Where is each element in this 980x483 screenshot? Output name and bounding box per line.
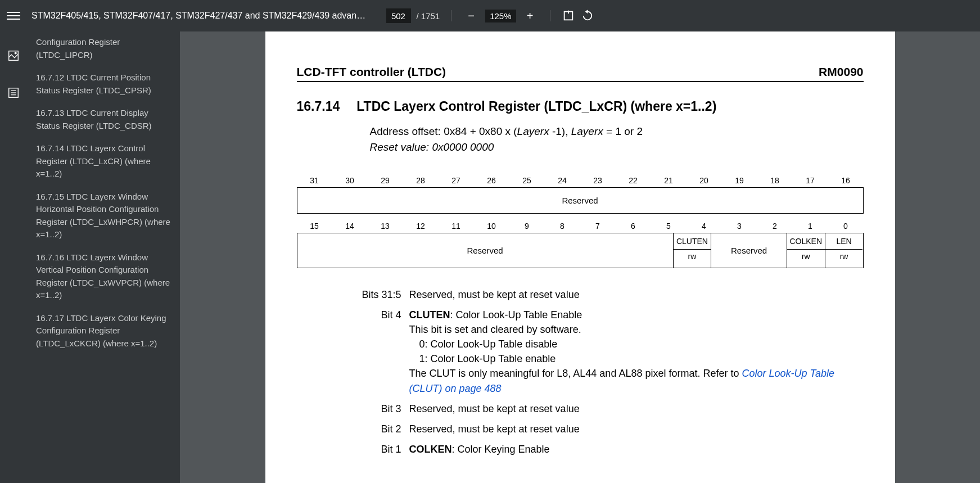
main: Configuration Register (LTDC_LIPCR) 16.7…	[0, 31, 980, 483]
bit-content: Reserved, must be kept at reset value	[409, 287, 864, 302]
rotate-icon[interactable]	[581, 9, 594, 22]
bit-number: 24	[545, 174, 580, 187]
field-name: CLUTEN	[409, 309, 450, 321]
text: 1: Color Look-Up Table enable	[419, 353, 556, 364]
bit-number: 30	[332, 174, 368, 187]
bit-number: 0	[828, 219, 864, 233]
text: The CLUT is only meaningful for L8, AL44…	[409, 368, 742, 379]
register-row-low: Reserved CLUTEN rw Reserved COLKEN rw LE…	[297, 233, 864, 268]
page-number-input[interactable]	[386, 8, 410, 23]
svg-point-3	[15, 52, 16, 54]
bit-number: 31	[297, 174, 332, 187]
bit-number: 20	[687, 174, 722, 187]
bit-number: 3	[722, 219, 757, 233]
page-header-right: RM0090	[819, 65, 863, 79]
bit-label: Bit 1	[297, 442, 409, 457]
field-access: rw	[674, 250, 711, 263]
bit-number: 16	[828, 174, 864, 187]
divider	[550, 10, 550, 21]
zoom-level: 125%	[485, 10, 516, 22]
text-italic: Layerx	[517, 125, 552, 137]
register-table: 31302928272625242322212019181716 Reserve…	[297, 174, 864, 268]
bit-number: 14	[332, 219, 368, 233]
pdf-page: LCD-TFT controller (LTDC) RM0090 16.7.14…	[265, 31, 895, 483]
bit-desc-row: Bits 31:5 Reserved, must be kept at rese…	[297, 287, 864, 302]
bit-numbers-high: 31302928272625242322212019181716	[297, 174, 864, 187]
reserved-cell: Reserved	[297, 233, 674, 268]
outline-item[interactable]: 16.7.15 LTDC Layerx Window Horizontal Po…	[36, 186, 171, 247]
colken-cell: COLKEN rw	[787, 233, 825, 268]
thumbnails-icon[interactable]	[7, 49, 20, 62]
page-header: LCD-TFT controller (LTDC) RM0090	[297, 65, 864, 82]
bit-number: 1	[793, 219, 828, 233]
bit-number: 6	[616, 219, 651, 233]
bit-number: 12	[403, 219, 439, 233]
section-heading: 16.7.14 LTDC Layerx Control Register (LT…	[297, 99, 864, 114]
toolbar-center: / 1751 − 125% +	[386, 7, 594, 24]
bit-number: 4	[687, 219, 722, 233]
bit-label: Bits 31:5	[297, 287, 409, 302]
outline-item[interactable]: 16.7.12 LTDC Current Position Status Reg…	[36, 67, 171, 102]
bit-desc-row: Bit 2 Reserved, must be kept at reset va…	[297, 422, 864, 436]
bit-label: Bit 2	[297, 422, 409, 436]
field-name: COLKEN	[409, 444, 452, 455]
bit-number: 10	[474, 219, 509, 233]
fit-page-icon[interactable]	[562, 9, 575, 22]
field-name: LEN	[825, 233, 863, 250]
bit-number: 28	[403, 174, 439, 187]
reserved-cell: Reserved	[711, 233, 787, 268]
field-name: CLUTEN	[674, 233, 711, 250]
page-total: / 1751	[416, 11, 440, 21]
bit-number: 26	[474, 174, 509, 187]
outline-item[interactable]: 16.7.13 LTDC Current Display Status Regi…	[36, 102, 171, 138]
left-icon-bar	[0, 31, 27, 483]
bit-numbers-low: 1514131211109876543210	[297, 219, 864, 233]
bit-number: 19	[722, 174, 757, 187]
divider	[451, 10, 451, 21]
zoom-in-button[interactable]: +	[522, 7, 539, 24]
outline-item[interactable]: 16.7.17 LTDC Layerx Color Keying Configu…	[36, 308, 171, 356]
zoom-out-button[interactable]: −	[463, 7, 480, 24]
bit-content: CLUTEN: Color Look-Up Table Enable This …	[409, 308, 864, 396]
outline-panel[interactable]: Configuration Register (LTDC_LIPCR) 16.7…	[27, 31, 180, 483]
bit-label: Bit 3	[297, 401, 409, 416]
bit-number: 9	[509, 219, 545, 233]
outline-icon[interactable]	[7, 87, 20, 99]
bit-number: 22	[616, 174, 651, 187]
reset-value: Reset value: 0x0000 0000	[370, 141, 864, 154]
section-title: LTDC Layerx Control Register (LTDC_LxCR)…	[356, 99, 716, 114]
bit-label: Bit 4	[297, 308, 409, 396]
menu-icon[interactable]	[7, 9, 20, 22]
outline-item[interactable]: Configuration Register (LTDC_LIPCR)	[36, 31, 171, 67]
outline-item[interactable]: 16.7.16 LTDC Layerx Window Vertical Posi…	[36, 247, 171, 308]
field-name: COLKEN	[787, 233, 825, 250]
cluten-cell: CLUTEN rw	[674, 233, 712, 268]
len-cell: LEN rw	[825, 233, 863, 268]
text: Address offset: 0x84 + 0x80 x (	[370, 125, 517, 137]
outline-item[interactable]: 16.7.14 LTDC Layerx Control Register (LT…	[36, 138, 171, 186]
bit-descriptions: Bits 31:5 Reserved, must be kept at rese…	[297, 287, 864, 457]
bit-desc-row: Bit 4 CLUTEN: Color Look-Up Table Enable…	[297, 308, 864, 396]
bit-number: 13	[368, 219, 403, 233]
field-access: rw	[825, 250, 863, 263]
bit-number: 15	[297, 219, 332, 233]
text: 0: Color Look-Up Table disable	[419, 338, 558, 350]
text: = 1 or 2	[603, 125, 643, 137]
reserved-cell: Reserved	[297, 188, 863, 213]
document-title: STM32F405/415, STM32F407/417, STM32F427/…	[31, 11, 365, 21]
bit-content: Reserved, must be kept at reset value	[409, 401, 864, 416]
section-number: 16.7.14	[297, 99, 340, 114]
text: -1),	[552, 125, 571, 137]
bit-content: COLKEN: Color Keying Enable	[409, 442, 864, 457]
page-area[interactable]: LCD-TFT controller (LTDC) RM0090 16.7.14…	[180, 31, 980, 483]
text: : Color Keying Enable	[452, 444, 550, 455]
bit-number: 21	[651, 174, 687, 187]
bit-number: 29	[368, 174, 403, 187]
bit-number: 5	[651, 219, 687, 233]
toolbar: STM32F405/415, STM32F407/417, STM32F427/…	[0, 0, 980, 31]
bit-number: 23	[580, 174, 616, 187]
field-access: rw	[787, 250, 825, 263]
bit-number: 8	[545, 219, 580, 233]
bit-number: 7	[580, 219, 616, 233]
register-row-high: Reserved	[297, 187, 864, 214]
